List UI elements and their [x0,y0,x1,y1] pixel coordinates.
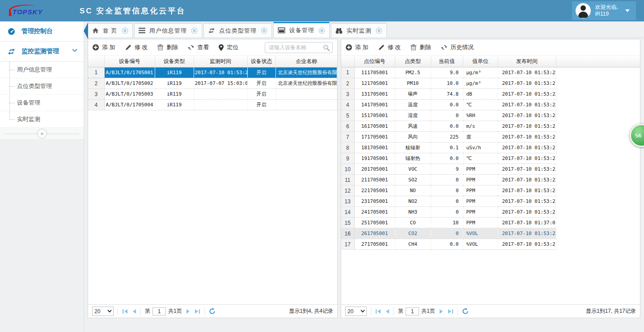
column-header[interactable]: 当前值 [431,56,463,67]
table-row[interactable]: 1A/BJLT/0/1705001iR1192017-07-10 01:53:2… [88,67,337,78]
table-row[interactable]: 2121705001PM1010.0μg/m³2017-07-10 01:53:… [341,78,556,89]
table-row[interactable]: 6161705001风速0.0m/s2017-07-10 01:53:21 [341,121,556,132]
search-icon[interactable] [323,44,330,51]
table-row[interactable]: 5151705001湿度0%RH2017-07-10 01:53:22 [341,110,556,121]
cell-type: CO [395,218,431,228]
column-header[interactable]: 点位编号 [354,56,395,67]
device-search [265,42,333,53]
cell-type: 核辐射 [395,143,431,153]
next-page-button[interactable] [439,309,444,314]
table-row[interactable]: 3131705001噪声74.8dB2017-07-10 01:53:22 [341,89,556,100]
prev-page-button[interactable] [385,309,390,314]
cell-type: NO2 [395,196,431,207]
plus-circle-icon [93,44,99,50]
edit-button[interactable]: 修 改 [378,43,401,51]
cell-time: 2017-07-10 01:53:22 [498,89,556,100]
top-header-bar: TOPSKY SC 安全监管信息化云平台 欢迎光临, iR119 [0,0,644,21]
table-row[interactable]: 11211705001SO20PPM2017-07-10 01:53:22 [341,175,556,185]
table-row[interactable]: 12221705001NO0PPM2017-07-10 01:53:21 [341,185,556,196]
tab-device-mgmt[interactable]: 设备管理 [273,22,330,38]
cell-time: 2017-07-10 01:53:21 [498,132,556,143]
column-header[interactable]: 设备编号 [104,56,155,67]
close-icon[interactable] [261,27,267,34]
first-page-button[interactable] [122,309,128,314]
column-header[interactable]: 监测时间 [194,56,247,67]
next-page-button[interactable] [186,309,191,314]
table-row[interactable]: 9191705001辐射热0.0℃2017-07-10 01:53:21 [341,153,556,164]
table-row[interactable]: 8181705001核辐射0.1uSv/h2017-07-10 01:53:21 [341,143,556,153]
sidebar-item-monitor-mgmt[interactable]: 监控监测管理 [0,42,84,62]
sidebar-item-point-type[interactable]: 点位类型管理 [0,78,84,95]
sidebar-item-realtime[interactable]: 实时监测 [0,111,84,128]
user-menu[interactable]: 欢迎光临, iR119 [572,1,636,20]
table-row[interactable]: 2A/BJLT/0/1705002iR1192017-07-07 15:03:0… [88,78,337,89]
loop-icon [8,48,15,55]
column-header[interactable]: 设备状态 [247,56,275,67]
last-page-button[interactable] [195,309,200,314]
cell-id: 201705001 [354,164,395,175]
close-icon[interactable] [318,27,325,34]
table-row[interactable]: 4141705001温度0.0℃2017-07-10 01:53:22 [341,100,556,110]
close-icon[interactable] [122,27,128,34]
row-number-cell: 2 [88,78,104,89]
view-button[interactable]: 查看 [188,43,209,51]
sidebar-collapse-button[interactable]: « [0,128,84,140]
prev-page-button[interactable] [132,309,136,314]
tab-realtime[interactable]: 实时监测 [331,23,387,38]
cell-time: 2017-07-10 01:53:21 [498,239,556,250]
table-row[interactable]: 13231705001NO20PPM2017-07-10 01:53:22 [341,196,556,207]
page-size-select[interactable]: 20 [92,307,114,316]
table-row[interactable]: 3A/BJLT/0/1705003iR119开启 [88,89,337,100]
tab-home[interactable]: 首 页 [88,23,133,38]
tab-point-type[interactable]: 点位类型管理 [203,23,272,38]
table-row[interactable]: 4A/BJLT/0/1705004iR119开启 [88,100,337,110]
close-icon[interactable] [191,27,198,34]
cell-unit: %VOL [463,228,498,239]
history-button[interactable]: 历史情况 [441,43,474,51]
refresh-arrows-icon [441,44,447,50]
column-header[interactable]: 企业名称 [275,56,337,67]
row-number-cell: 17 [341,239,354,250]
tab-user-info[interactable]: 用户信息管理 [134,23,202,38]
add-button[interactable]: 添 加 [93,43,115,51]
edit-button[interactable]: 修 改 [125,43,148,51]
sidebar-item-device-mgmt[interactable]: 设备管理 [0,95,84,111]
cell-time: 2017-07-10 01:53:22 [194,67,247,78]
row-number-cell: 11 [341,175,354,185]
reload-button[interactable] [462,308,469,315]
table-row[interactable]: 14241705001NH30PPM2017-07-10 01:53:21 [341,207,556,218]
point-pager: 20 第 共1页 显示1到17, 共17记录 [341,304,640,318]
table-row[interactable]: 10201705001VOC9PPM2017-07-10 01:53:22 [341,164,556,175]
cell-time: 2017-07-07 15:03:05 [194,78,247,89]
row-number-cell: 7 [341,132,354,143]
column-header[interactable]: 值单位 [463,56,498,67]
delete-button[interactable]: 删除 [411,43,431,51]
add-button[interactable]: 添 加 [346,43,369,51]
reload-button[interactable] [209,308,216,315]
record-summary: 显示1到17, 共17记录 [586,307,636,315]
table-row[interactable]: 7171705001风向225度2017-07-10 01:53:21 [341,132,556,143]
home-icon [92,27,99,34]
point-toolbar: 添 加 修 改 删除 历史情况 [341,39,640,56]
first-page-button[interactable] [375,309,381,314]
sidebar-item-admin-console[interactable]: 管理控制台 [0,21,84,42]
last-page-button[interactable] [448,309,453,314]
sidebar-item-user-info[interactable]: 用户信息管理 [0,62,84,78]
table-row[interactable]: 17271705001CH40.0%VOL2017-07-10 01:53:21 [341,239,556,250]
row-number-cell: 1 [88,67,104,78]
locate-button[interactable]: 定位 [219,43,238,51]
table-row[interactable]: 15251705001CO10PPM2017-07-10 01:37:01 [341,218,556,228]
page-number-input[interactable] [406,307,419,315]
delete-button[interactable]: 删除 [157,43,178,51]
column-header[interactable]: 设备类型 [155,56,194,67]
table-row[interactable]: 1111705001PM2.59.0μg/m³2017-07-10 01:53:… [341,67,556,78]
column-header[interactable]: 点类型 [395,56,431,67]
page-number-input[interactable] [153,307,166,315]
close-icon[interactable] [376,27,382,34]
column-header[interactable]: 发布时间 [498,56,556,67]
page-size-select[interactable]: 20 [345,307,367,316]
table-row[interactable]: 16261705001CO20%VOL2017-07-10 01:53:22 [341,228,556,239]
cell-type: 风向 [395,132,431,143]
cell-type: 噪声 [395,89,431,100]
cell-value: 0.0 [431,100,463,110]
